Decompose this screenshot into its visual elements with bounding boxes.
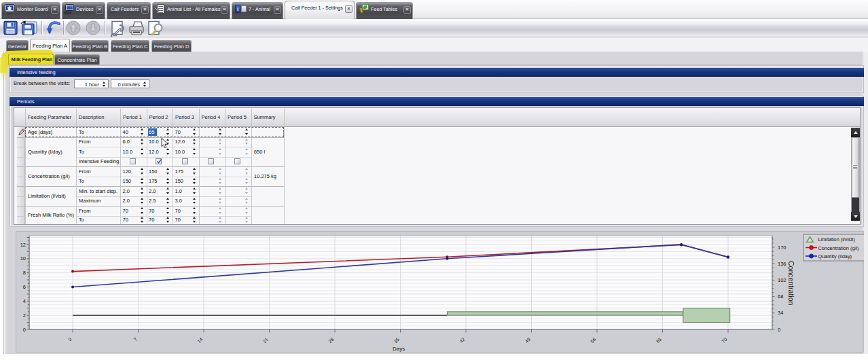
svg-text:Concentration: Concentration xyxy=(787,261,795,306)
svg-text:102: 102 xyxy=(778,277,786,283)
svg-text:8: 8 xyxy=(23,270,26,276)
svg-text:Limitation (l/visit): Limitation (l/visit) xyxy=(818,236,855,242)
svg-text:0: 0 xyxy=(778,327,780,333)
svg-text:12: 12 xyxy=(20,242,26,248)
svg-text:34: 34 xyxy=(778,310,783,316)
svg-text:4: 4 xyxy=(23,298,26,304)
svg-text:136: 136 xyxy=(778,261,786,267)
svg-text:Days: Days xyxy=(393,346,405,352)
svg-text:2: 2 xyxy=(23,312,26,319)
svg-text:0: 0 xyxy=(23,327,26,333)
svg-text:Concentration (g/l): Concentration (g/l) xyxy=(818,245,859,251)
svg-text:10: 10 xyxy=(20,255,26,262)
svg-text:68: 68 xyxy=(778,293,783,300)
svg-text:6: 6 xyxy=(23,284,26,290)
svg-text:Quantity (l/day): Quantity (l/day) xyxy=(818,253,852,259)
svg-text:170: 170 xyxy=(778,245,786,251)
